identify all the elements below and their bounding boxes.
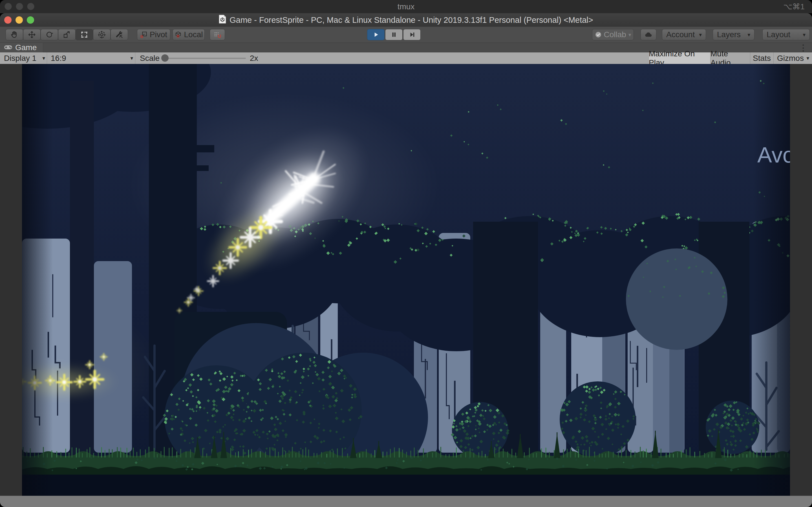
pause-icon xyxy=(390,31,398,38)
tab-game[interactable]: Game xyxy=(0,43,43,52)
unity-titlebar: Game - ForestSprite - PC, Mac & Linux St… xyxy=(0,13,812,27)
gamepad-icon xyxy=(4,43,12,52)
chevron-down-icon: ▾ xyxy=(628,32,631,38)
account-label: Account xyxy=(666,30,695,39)
layout-label: Layout xyxy=(767,30,790,39)
slider-knob[interactable] xyxy=(161,54,168,62)
pivot-icon xyxy=(140,31,147,38)
unity-window: Game - ForestSprite - PC, Mac & Linux St… xyxy=(0,13,812,507)
window-title: Game - ForestSprite - PC, Mac & Linux St… xyxy=(230,15,593,25)
custom-tool-button[interactable] xyxy=(110,29,128,40)
scale-value: 2x xyxy=(250,52,258,64)
pivot-label: Pivot xyxy=(150,30,167,39)
play-button[interactable] xyxy=(367,29,385,40)
wrench-pencil-icon xyxy=(115,31,123,39)
step-icon xyxy=(408,31,416,38)
check-circle-icon xyxy=(595,31,602,38)
gizmos-dropdown[interactable]: Gizmos ▾ xyxy=(773,52,812,64)
move-tool-button[interactable] xyxy=(23,29,41,40)
rect-tool-icon xyxy=(80,31,89,39)
local-toggle-button[interactable]: Local xyxy=(172,29,205,40)
aspect-ratio-dropdown[interactable]: 16:9 ▾ xyxy=(51,52,133,64)
collab-label: Collab xyxy=(604,30,626,39)
separator xyxy=(47,52,47,64)
tab-options-kebab-icon[interactable]: ⋮ xyxy=(799,43,808,52)
separator xyxy=(135,52,135,64)
display-dropdown[interactable]: Display 1 ▾ xyxy=(4,52,45,64)
mute-audio-button[interactable]: Mute Audio xyxy=(710,52,750,64)
rotate-tool-button[interactable] xyxy=(41,29,58,40)
display-label: Display 1 xyxy=(4,54,36,63)
game-render-surface[interactable]: Avoi xyxy=(22,64,790,496)
transform-icon xyxy=(98,31,106,39)
scale-icon xyxy=(63,31,71,39)
pivot-toggle-button[interactable]: Pivot xyxy=(137,29,170,40)
grid-snap-button[interactable] xyxy=(210,29,225,40)
game-viewport-area: Avoi xyxy=(0,64,812,496)
rect-tool-button[interactable] xyxy=(75,29,93,40)
main-toolbar: Pivot Local Collab ▾ Account xyxy=(0,27,812,43)
tab-game-label: Game xyxy=(15,43,37,52)
game-view-controls: Display 1 ▾ 16:9 ▾ Scale 2x Maximize On … xyxy=(0,52,812,64)
play-icon xyxy=(372,31,379,38)
chevron-down-icon: ▾ xyxy=(42,55,45,61)
aspect-label: 16:9 xyxy=(51,54,66,63)
step-button[interactable] xyxy=(403,29,421,40)
window-bottom-bar xyxy=(0,496,812,507)
unity-document-icon xyxy=(219,15,226,25)
grid-snap-icon xyxy=(213,31,221,39)
scale-slider[interactable] xyxy=(161,52,246,64)
cloud-icon xyxy=(644,31,653,39)
maximize-on-play-button[interactable]: Maximize On Play xyxy=(649,52,710,64)
layers-dropdown[interactable]: Layers ▾ xyxy=(713,29,755,40)
scale-tool-button[interactable] xyxy=(58,29,75,40)
chevron-down-icon: ▾ xyxy=(803,32,806,38)
chevron-down-icon: ▾ xyxy=(806,55,809,61)
chevron-down-icon: ▾ xyxy=(130,55,133,61)
collab-dropdown[interactable]: Collab ▾ xyxy=(592,29,634,40)
chevron-down-icon: ▾ xyxy=(699,32,702,38)
game-scene-svg: Avoi xyxy=(22,64,790,496)
layers-label: Layers xyxy=(717,30,741,39)
gizmos-label: Gizmos xyxy=(777,54,804,63)
chevron-down-icon: ▾ xyxy=(748,32,750,38)
background-window-title: tmux xyxy=(0,0,812,13)
game-overlay-text: Avoi xyxy=(757,143,790,167)
tmux-shortcut-badge: ⌥⌘1 xyxy=(783,0,805,13)
account-dropdown[interactable]: Account ▾ xyxy=(662,29,706,40)
stats-label: Stats xyxy=(753,54,771,63)
transform-tool-button[interactable] xyxy=(93,29,110,40)
rotate-icon xyxy=(45,31,54,39)
local-label: Local xyxy=(184,30,203,39)
move-icon xyxy=(28,31,36,39)
hand-tool-button[interactable] xyxy=(6,29,23,40)
layout-dropdown[interactable]: Layout ▾ xyxy=(762,29,810,40)
local-cube-icon xyxy=(174,31,182,38)
stats-button[interactable]: Stats xyxy=(750,52,773,64)
scale-label: Scale xyxy=(140,52,160,64)
background-window-titlebar: tmux ⌥⌘1 xyxy=(0,0,812,13)
slider-track[interactable] xyxy=(161,58,246,59)
cloud-button[interactable] xyxy=(641,29,656,40)
pause-button[interactable] xyxy=(385,29,403,40)
hand-icon xyxy=(10,31,18,39)
